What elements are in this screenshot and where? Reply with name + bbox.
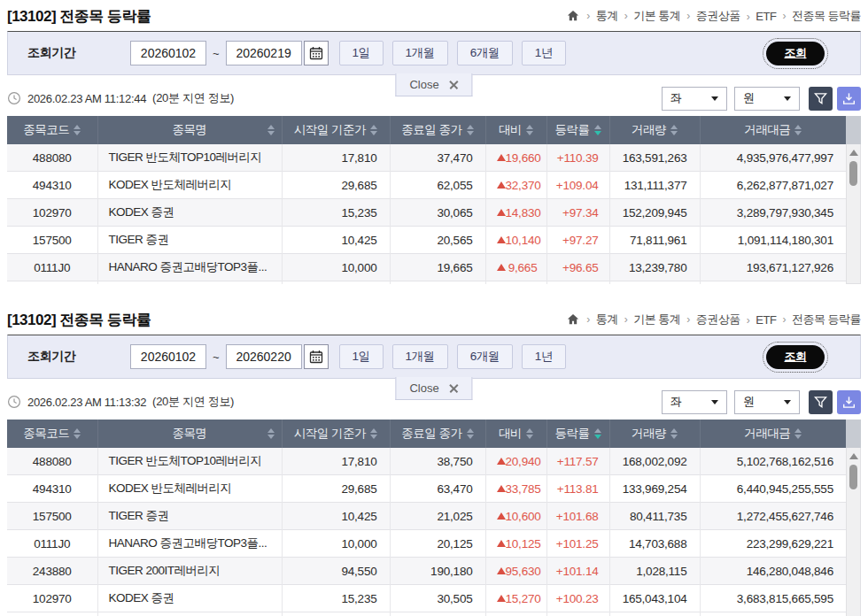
column-header[interactable]: 거래량 [609,116,700,144]
cell-change: 20,940 [485,448,546,475]
cell-base-price: 10,000 [282,530,390,558]
filter-button[interactable] [809,390,833,414]
column-header[interactable]: 시작일 기준가 [282,116,390,144]
close-tab[interactable]: Close [395,73,472,96]
download-button[interactable] [837,390,861,414]
close-tab-label: Close [409,78,438,91]
cell-change-rate: +100.23 [546,585,609,612]
column-header[interactable]: 종목명 [97,116,282,144]
sort-icon[interactable] [370,428,377,439]
column-header[interactable]: 등락률 [546,420,609,448]
period-button[interactable]: 6개월 [457,344,513,369]
scroll-up-icon[interactable] [849,453,858,459]
date-to-input[interactable] [226,344,302,369]
sort-icon[interactable] [670,428,678,439]
search-button[interactable]: 조회 [766,42,825,65]
sort-icon[interactable] [526,428,533,439]
cell-change-rate: +96.65 [546,254,609,281]
period-button[interactable]: 1년 [522,344,566,369]
calendar-button[interactable] [304,344,329,369]
download-button[interactable] [837,87,861,111]
period-button[interactable]: 1일 [339,344,384,369]
column-header[interactable]: 대비 [485,420,546,448]
close-icon[interactable] [450,81,459,89]
breadcrumb-item[interactable]: ETF [747,313,777,327]
axis-select[interactable]: 좌 [662,390,727,414]
date-from-input[interactable] [130,41,206,65]
column-header[interactable]: 종목코드 [7,116,97,144]
breadcrumb-item[interactable]: 전종목 등락률 [782,8,861,24]
cell-change-rate: +101.68 [546,503,609,530]
vertical-scrollbar[interactable] [846,420,861,616]
sort-icon[interactable] [467,125,474,135]
column-header[interactable]: 종목명 [97,420,282,448]
breadcrumb-item[interactable]: 기본 통계 [624,8,681,24]
column-header[interactable]: 등락률 [546,116,609,144]
scroll-up-icon[interactable] [849,150,858,156]
home-icon[interactable] [567,10,579,22]
column-header[interactable]: 거래대금 [700,116,846,144]
period-button[interactable]: 1일 [339,41,384,65]
cell-change-rate: +97.34 [546,199,609,227]
sort-icon[interactable] [267,428,275,439]
period-button[interactable]: 1년 [522,41,566,65]
sort-icon[interactable] [74,428,81,439]
scrollbar-track[interactable] [846,448,861,616]
scrollbar-track[interactable] [846,144,861,284]
period-button[interactable]: 1개월 [392,41,448,65]
cell-name: HANARO 증권고배당TOP3플... [97,530,282,558]
cell-name: KODEX 증권 [97,199,282,227]
sort-icon[interactable] [670,125,678,135]
breadcrumb-item[interactable]: 증권상품 [686,312,740,327]
stats-panel-2: [13102] 전종목 등락률 통계기본 통계증권상품ETF전종목 등락률 조회… [7,304,861,616]
breadcrumb-item[interactable]: 증권상품 [686,8,740,24]
scrollbar-thumb[interactable] [849,465,857,489]
sort-icon[interactable] [794,428,802,439]
close-tab[interactable]: Close [395,377,472,400]
period-button[interactable]: 6개월 [457,41,513,65]
column-header[interactable]: 거래량 [609,420,700,448]
breadcrumb-item[interactable]: 통계 [586,8,618,24]
breadcrumb-item[interactable]: 통계 [586,312,618,327]
cell-close-price: 37,470 [390,144,485,172]
search-button[interactable]: 조회 [766,345,825,369]
axis-select[interactable]: 좌 [662,87,727,111]
column-header[interactable]: 거래대금 [700,420,846,448]
column-header[interactable]: 종료일 종가 [390,116,485,144]
axis-select-value: 좌 [670,394,682,410]
cell-base-price: 10,000 [282,254,390,281]
vertical-scrollbar[interactable] [846,116,861,284]
column-header[interactable]: 종목코드 [7,420,97,448]
sort-icon[interactable] [594,428,601,439]
date-from-input[interactable] [130,344,206,369]
unit-select[interactable]: 원 [734,87,800,111]
close-icon[interactable] [450,384,459,393]
period-button[interactable]: 1개월 [392,344,448,369]
date-to-input[interactable] [226,41,302,65]
filter-icon [814,92,827,105]
timestamp-text: 2026.02.23 AM 11:12:44 [27,92,146,105]
home-icon[interactable] [567,313,579,326]
sort-icon[interactable] [74,125,81,135]
filter-button[interactable] [809,87,833,111]
breadcrumb-item[interactable]: 기본 통계 [624,312,681,327]
sort-icon[interactable] [526,125,533,135]
scrollbar-thumb[interactable] [849,161,857,186]
column-header[interactable]: 시작일 기준가 [282,420,390,448]
table-header-row: 종목코드종목명시작일 기준가종료일 종가대비등락률거래량거래대금 [7,116,846,144]
up-triangle-icon [497,485,506,492]
period-buttons: 1일1개월6개월1년 [339,344,566,369]
table-row: 157500 TIGER 증권 10,425 21,025 10,600 +10… [7,503,846,530]
sort-icon[interactable] [594,125,601,135]
breadcrumb-item[interactable]: ETF [747,10,777,23]
sort-icon[interactable] [794,125,802,135]
column-header[interactable]: 종료일 종가 [390,420,485,448]
sort-icon[interactable] [267,125,275,135]
column-header[interactable]: 대비 [485,116,546,144]
calendar-button[interactable] [304,41,329,65]
sort-icon[interactable] [467,428,474,439]
results-table: 종목코드종목명시작일 기준가종료일 종가대비등락률거래량거래대금 488080 … [7,420,846,616]
breadcrumb-item[interactable]: 전종목 등락률 [782,312,861,327]
unit-select[interactable]: 원 [734,390,800,414]
sort-icon[interactable] [370,125,377,135]
